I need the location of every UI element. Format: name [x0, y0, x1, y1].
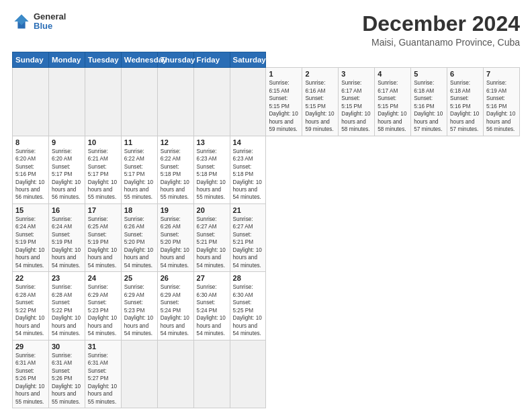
daylight-hours: Daylight: 10 hours and 55 minutes. [15, 383, 44, 405]
sunset-time: Sunset: 5:16 PM [450, 95, 471, 109]
day-number: 3 [341, 70, 371, 78]
sunset-time: Sunset: 5:24 PM [161, 300, 181, 313]
day-info: Sunrise: 6:24 AM Sunset: 5:19 PM Dayligh… [15, 216, 46, 269]
table-row: 19 Sunrise: 6:26 AM Sunset: 5:20 PM Dayl… [157, 203, 193, 271]
logo: General Blue [12, 12, 66, 32]
table-row: 9 Sunrise: 6:20 AM Sunset: 5:17 PM Dayli… [48, 136, 85, 203]
sunrise-time: Sunrise: 6:21 AM [88, 148, 108, 162]
table-row [121, 68, 157, 136]
table-row: 30 Sunrise: 6:31 AM Sunset: 5:26 PM Dayl… [48, 340, 85, 408]
sunset-time: Sunset: 5:27 PM [88, 368, 109, 381]
table-row: 15 Sunrise: 6:24 AM Sunset: 5:19 PM Dayl… [13, 203, 49, 271]
table-row: 11 Sunrise: 6:22 AM Sunset: 5:17 PM Dayl… [121, 136, 157, 203]
table-row: 21 Sunrise: 6:27 AM Sunset: 5:21 PM Dayl… [230, 203, 266, 271]
day-number: 7 [486, 70, 517, 78]
table-row: 17 Sunrise: 6:25 AM Sunset: 5:19 PM Dayl… [85, 203, 121, 271]
day-info: Sunrise: 6:29 AM Sunset: 5:24 PM Dayligh… [161, 283, 191, 337]
header-wednesday: Wednesday [121, 52, 157, 68]
table-row [230, 68, 266, 136]
sunrise-time: Sunrise: 6:31 AM [88, 353, 108, 366]
sunset-time: Sunset: 5:23 PM [88, 300, 109, 313]
location-title: Maisi, Guantanamo Province, Cuba [362, 37, 520, 48]
table-row: 26 Sunrise: 6:29 AM Sunset: 5:24 PM Dayl… [157, 272, 193, 340]
daylight-hours: Daylight: 10 hours and 54 minutes. [161, 247, 189, 269]
day-info: Sunrise: 6:28 AM Sunset: 5:22 PM Dayligh… [52, 283, 82, 337]
day-info: Sunrise: 6:30 AM Sunset: 5:24 PM Dayligh… [197, 283, 227, 337]
sunset-time: Sunset: 5:20 PM [124, 232, 145, 245]
table-row: 13 Sunrise: 6:23 AM Sunset: 5:18 PM Dayl… [193, 136, 230, 203]
logo-blue-label: Blue [34, 21, 66, 31]
sunrise-time: Sunrise: 6:19 AM [486, 80, 506, 93]
header-sunday: Sunday [13, 52, 49, 68]
sunrise-time: Sunrise: 6:28 AM [52, 284, 72, 298]
sunset-time: Sunset: 5:22 PM [52, 300, 73, 313]
table-row: 2 Sunrise: 6:16 AM Sunset: 5:15 PM Dayli… [302, 68, 339, 136]
sunset-time: Sunset: 5:18 PM [197, 164, 218, 177]
table-row [230, 340, 266, 408]
sunrise-time: Sunrise: 6:28 AM [15, 284, 36, 298]
day-info: Sunrise: 6:19 AM Sunset: 5:16 PM Dayligh… [486, 79, 517, 133]
daylight-hours: Daylight: 10 hours and 54 minutes. [233, 315, 262, 336]
daylight-hours: Daylight: 10 hours and 54 minutes. [233, 179, 262, 201]
title-section: December 2024 Maisi, Guantanamo Province… [362, 12, 520, 48]
day-number: 28 [233, 274, 263, 282]
day-number: 11 [124, 138, 154, 146]
day-info: Sunrise: 6:26 AM Sunset: 5:20 PM Dayligh… [124, 216, 154, 269]
day-info: Sunrise: 6:30 AM Sunset: 5:25 PM Dayligh… [233, 283, 263, 337]
sunrise-time: Sunrise: 6:31 AM [15, 353, 36, 366]
day-info: Sunrise: 6:31 AM Sunset: 5:26 PM Dayligh… [15, 352, 46, 406]
sunset-time: Sunset: 5:17 PM [124, 164, 145, 177]
sunrise-time: Sunrise: 6:17 AM [378, 80, 398, 93]
day-number: 12 [161, 138, 191, 146]
sunrise-time: Sunrise: 6:18 AM [450, 80, 470, 93]
table-row: 22 Sunrise: 6:28 AM Sunset: 5:22 PM Dayl… [13, 272, 49, 340]
day-number: 10 [88, 138, 118, 146]
day-info: Sunrise: 6:16 AM Sunset: 5:15 PM Dayligh… [305, 79, 335, 133]
daylight-hours: Daylight: 10 hours and 56 minutes. [15, 179, 44, 201]
sunset-time: Sunset: 5:21 PM [233, 232, 254, 245]
day-number: 9 [52, 138, 82, 146]
sunrise-time: Sunrise: 6:26 AM [124, 216, 144, 230]
table-row: 8 Sunrise: 6:20 AM Sunset: 5:16 PM Dayli… [13, 136, 49, 203]
daylight-hours: Daylight: 10 hours and 55 minutes. [124, 179, 153, 201]
table-row: 18 Sunrise: 6:26 AM Sunset: 5:20 PM Dayl… [121, 203, 157, 271]
calendar-week-5: 29 Sunrise: 6:31 AM Sunset: 5:26 PM Dayl… [13, 340, 520, 408]
table-row [121, 340, 157, 408]
daylight-hours: Daylight: 10 hours and 54 minutes. [124, 315, 153, 336]
table-row [157, 340, 193, 408]
header-friday: Friday [193, 52, 230, 68]
sunrise-time: Sunrise: 6:20 AM [15, 148, 36, 162]
table-row: 4 Sunrise: 6:17 AM Sunset: 5:15 PM Dayli… [375, 68, 411, 136]
header-tuesday: Tuesday [85, 52, 121, 68]
daylight-hours: Daylight: 10 hours and 54 minutes. [52, 247, 81, 269]
day-number: 15 [15, 206, 46, 214]
daylight-hours: Daylight: 10 hours and 54 minutes. [197, 315, 226, 336]
day-number: 14 [233, 138, 263, 146]
daylight-hours: Daylight: 10 hours and 54 minutes. [88, 247, 117, 269]
table-row: 23 Sunrise: 6:28 AM Sunset: 5:22 PM Dayl… [48, 272, 85, 340]
day-info: Sunrise: 6:23 AM Sunset: 5:18 PM Dayligh… [197, 148, 227, 201]
day-number: 22 [15, 274, 46, 282]
sunset-time: Sunset: 5:15 PM [378, 95, 398, 109]
daylight-hours: Daylight: 10 hours and 54 minutes. [15, 315, 44, 336]
sunrise-time: Sunrise: 6:29 AM [161, 284, 181, 298]
day-number: 19 [161, 206, 191, 214]
sunset-time: Sunset: 5:23 PM [124, 300, 145, 313]
table-row: 16 Sunrise: 6:24 AM Sunset: 5:19 PM Dayl… [48, 203, 85, 271]
svg-marker-1 [15, 15, 29, 26]
calendar-week-3: 15 Sunrise: 6:24 AM Sunset: 5:19 PM Dayl… [13, 203, 520, 271]
sunrise-time: Sunrise: 6:27 AM [233, 216, 253, 230]
daylight-hours: Daylight: 10 hours and 54 minutes. [233, 247, 262, 269]
calendar: Sunday Monday Tuesday Wednesday Thursday… [12, 52, 520, 408]
day-info: Sunrise: 6:22 AM Sunset: 5:18 PM Dayligh… [161, 148, 191, 201]
day-number: 18 [124, 206, 154, 214]
daylight-hours: Daylight: 10 hours and 54 minutes. [15, 247, 44, 269]
day-number: 16 [52, 206, 82, 214]
table-row: 29 Sunrise: 6:31 AM Sunset: 5:26 PM Dayl… [13, 340, 49, 408]
daylight-hours: Daylight: 10 hours and 55 minutes. [88, 179, 117, 201]
day-info: Sunrise: 6:27 AM Sunset: 5:21 PM Dayligh… [197, 216, 227, 269]
sunrise-time: Sunrise: 6:24 AM [15, 216, 36, 230]
day-info: Sunrise: 6:20 AM Sunset: 5:17 PM Dayligh… [52, 148, 82, 201]
day-number: 1 [269, 70, 299, 78]
day-number: 4 [378, 70, 408, 78]
